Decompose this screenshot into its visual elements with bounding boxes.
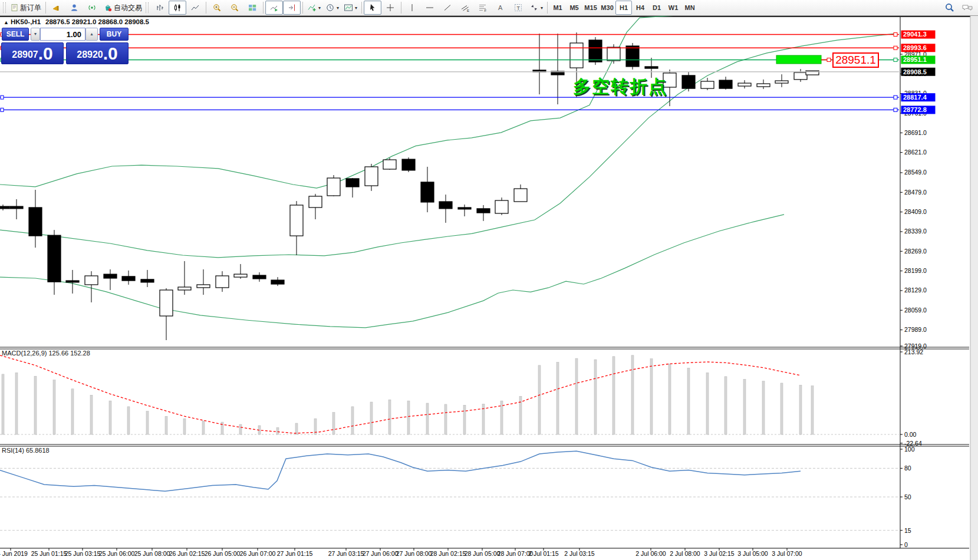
tile-windows-button[interactable] [243,1,261,15]
chat-icon [961,3,973,12]
vertical-line-button[interactable] [403,1,421,15]
svg-text:28479.0: 28479.0 [904,189,927,196]
arrows-icon [529,3,539,12]
new-order-button[interactable]: 新订单 [8,1,44,15]
svg-text:15: 15 [904,527,911,534]
periods-button[interactable]: ▾ [323,1,341,15]
svg-text:28817.4: 28817.4 [903,94,927,101]
svg-text:28772.8: 28772.8 [903,106,927,113]
svg-text:26 Jun 05:00: 26 Jun 05:00 [205,550,241,557]
chart-title: ▲HK50-,H128876.5 28921.0 28868.0 28908.5 [4,18,149,25]
separator [547,2,548,14]
buy-button[interactable]: BUY [100,28,129,41]
horizontal-lines[interactable]: 29041.328993.628951.128908.528817.428772… [0,31,936,114]
sell-button[interactable]: SELL [2,28,29,41]
horizontal-line-icon [425,3,434,12]
volume-decrease-button[interactable]: ▾ [31,28,40,41]
news-button[interactable] [48,1,65,15]
sell-price-box[interactable]: 28907.0 [1,42,64,64]
macd-label: MACD(12,26,9) 125.66 152.28 [2,350,90,357]
equidistant-channel-button[interactable]: E [456,1,474,15]
svg-text:100: 100 [904,446,915,453]
crosshair-button[interactable] [381,1,399,15]
timeframe-m30-button[interactable]: M30 [599,1,615,15]
arrows-button[interactable]: ▾ [527,1,545,15]
auto-scroll-button[interactable] [265,1,283,15]
timeframe-m5-button[interactable]: M5 [566,1,582,15]
chart-window-border [0,16,978,17]
macd-pane [0,355,899,434]
horizontal-line-button[interactable] [421,1,439,15]
svg-text:A: A [498,4,503,11]
svg-text:28993.6: 28993.6 [903,44,927,51]
svg-text:213.92: 213.92 [904,348,923,355]
toolbar-grip[interactable] [146,2,149,13]
svg-text:T: T [517,5,521,11]
svg-text:28621.0: 28621.0 [904,149,927,156]
cursor-button[interactable] [364,1,381,15]
svg-text:28549.0: 28549.0 [904,169,927,176]
line-chart-button[interactable] [186,1,204,15]
chevron-down-icon: ▾ [541,5,543,11]
timeframe-h4-button[interactable]: H4 [632,1,648,15]
timeframe-bar: M1M5M15M30H1H4D1W1MN [549,1,698,15]
templates-button[interactable]: ▾ [341,1,360,15]
chart-shift-button[interactable] [283,1,301,15]
timeframe-w1-button[interactable]: W1 [665,1,681,15]
bar-chart-button[interactable] [151,1,169,15]
text-button[interactable]: A [492,1,509,15]
price-axis: 28971.028901.028831.028761.028691.028621… [900,51,927,549]
signals-button[interactable] [83,1,101,15]
svg-text:24 Jun 2019: 24 Jun 2019 [0,550,28,557]
svg-text:0: 0 [904,541,908,548]
svg-text:28129.0: 28129.0 [904,286,927,294]
text-label-button[interactable]: T [509,1,527,15]
chevron-down-icon: ▾ [337,5,339,11]
candles [0,32,819,340]
sell-price: 28907 [12,47,38,62]
timeframe-m1-button[interactable]: M1 [549,1,566,15]
timeframe-mn-button[interactable]: MN [681,1,698,15]
clock-icon [325,3,335,12]
chart-canvas[interactable]: 28971.028901.028831.028761.028691.028621… [0,0,978,560]
svg-text:27989.0: 27989.0 [904,326,927,333]
one-click-trading-panel: SELL ▾ ▴ BUY 28907.0 28920.0 [1,28,129,65]
zoom-in-button[interactable] [208,1,226,15]
svg-text:29041.3: 29041.3 [903,31,927,38]
window-edge [970,16,978,560]
candlestick-chart-button[interactable] [169,1,186,15]
svg-text:50: 50 [904,493,911,500]
time-axis[interactable]: 24 Jun 201925 Jun 01:1525 Jun 03:1525 Ju… [0,548,802,557]
svg-text:28 Jun 05:00: 28 Jun 05:00 [465,550,500,557]
indicators-button[interactable]: ▾ [305,1,323,15]
fibonacci-button[interactable]: F [474,1,492,15]
timeframe-d1-button[interactable]: D1 [648,1,665,15]
toolbar-grip[interactable] [3,2,6,13]
volume-input[interactable] [40,28,85,41]
svg-text:25 Jun 08:00: 25 Jun 08:00 [134,550,170,557]
turning-point-annotation[interactable]: 多空转折点 [573,75,667,99]
trendline-button[interactable] [439,1,456,15]
profile-button[interactable] [65,1,83,15]
text-icon: A [496,3,505,12]
timeframe-h1-button[interactable]: H1 [615,1,632,15]
svg-text:2 Jul 08:00: 2 Jul 08:00 [670,550,700,557]
rsi-label: RSI(14) 65.8618 [2,447,50,454]
chat-button[interactable] [959,1,976,15]
chart-annotations[interactable] [776,55,832,64]
search-button[interactable] [941,1,959,15]
svg-text:2 Jul 06:00: 2 Jul 06:00 [635,550,666,557]
price-callout-label[interactable]: 28951.1 [832,52,879,68]
svg-text:27 Jun 08:00: 27 Jun 08:00 [396,550,432,557]
svg-text:28199.0: 28199.0 [904,267,927,274]
auto-trading-button[interactable]: 自动交易 [101,1,144,15]
collapse-panel-icon[interactable]: ▲ [4,19,9,25]
ohlc-readout: 28876.5 28921.0 28868.0 28908.5 [45,18,149,25]
chevron-down-icon: ▾ [355,5,357,11]
svg-text:3 Jul 07:00: 3 Jul 07:00 [772,550,802,557]
buy-price-box[interactable]: 28920.0 [66,42,129,64]
zoom-out-button[interactable] [226,1,243,15]
svg-text:26 Jun 02:15: 26 Jun 02:15 [169,550,205,557]
volume-increase-button[interactable]: ▴ [85,28,98,41]
timeframe-m15-button[interactable]: M15 [582,1,599,15]
